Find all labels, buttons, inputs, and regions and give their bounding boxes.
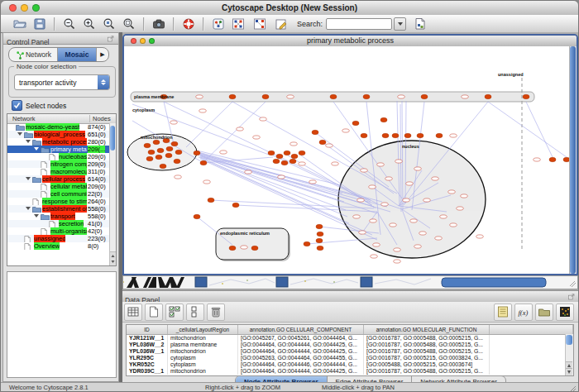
float-panel-icon[interactable] <box>567 292 577 301</box>
tree-row[interactable]: transport558(0) <box>7 213 110 220</box>
tab-overflow-button[interactable]: ▶ <box>97 48 108 61</box>
annotation-icon[interactable] <box>274 17 289 31</box>
select-attributes-icon[interactable] <box>165 304 184 321</box>
disclosure-triangle-icon[interactable] <box>26 207 31 210</box>
tree-row[interactable]: nucleobase-209(0) <box>7 153 110 160</box>
folder-icon <box>24 131 33 138</box>
document-icon <box>41 169 47 175</box>
zoom-in-icon[interactable] <box>82 17 97 31</box>
tree-row-label: multi-organism pro <box>50 227 87 235</box>
tree-row-node-count: 558(0) <box>88 205 106 213</box>
tree-row[interactable]: biological_process651(0) <box>7 131 110 138</box>
attribute-table[interactable]: ID_cellularLayoutRegionannotation.GO CEL… <box>126 324 574 376</box>
zoom-out-icon[interactable] <box>62 17 77 31</box>
float-panel-icon[interactable] <box>107 34 116 43</box>
tab-network[interactable]: Network <box>9 48 58 61</box>
disclosure-triangle-icon[interactable] <box>34 214 39 218</box>
table-column-header[interactable]: annotation.GO CELLULAR_COMPONENT <box>238 325 364 334</box>
import-attributes-icon[interactable] <box>535 304 553 321</box>
attribute-table-header[interactable]: ID_cellularLayoutRegionannotation.GO CEL… <box>127 325 573 335</box>
tree-row[interactable]: macromolecule311(0) <box>7 168 110 175</box>
tree-row[interactable]: secretion41(0) <box>7 220 110 227</box>
table-row[interactable]: YPL036W__2plasma membrane[GO:0044464, GO… <box>127 342 573 348</box>
mdi-desktop: primary metabolic process plasma membran… <box>122 32 579 382</box>
canvas-vscrollbar[interactable] <box>569 46 577 274</box>
disclosure-triangle-icon[interactable] <box>34 147 39 151</box>
app-titlebar[interactable]: Cytoscape Desktop (New Session) <box>1 1 578 16</box>
network-canvas[interactable]: plasma membranecytoplasmmitochondrionnuc… <box>124 46 570 274</box>
network-tree-rows: mosaic-demo-yeast874(0)biological_proces… <box>7 123 110 265</box>
disclosure-triangle-icon[interactable] <box>26 140 31 143</box>
table-row[interactable]: YKR052Ccytoplasm[GO:0044464, GO:0044446,… <box>127 361 573 368</box>
table-scrollbar-thumb[interactable] <box>566 335 572 345</box>
attribute-table-icon[interactable] <box>124 304 142 321</box>
network-view-window[interactable]: primary metabolic process plasma membran… <box>122 34 578 275</box>
formula-icon[interactable]: f(x) <box>514 304 533 321</box>
table-column-header[interactable]: _cellularLayoutRegion <box>168 325 238 334</box>
toolbar-separator <box>173 17 175 31</box>
network-window-titlebar[interactable]: primary metabolic process <box>124 36 577 47</box>
search-settings-icon[interactable] <box>413 17 428 31</box>
attribute-matrix-icon[interactable] <box>556 304 574 321</box>
tree-row[interactable]: unassigned223(0) <box>7 235 110 242</box>
tree-scrollbar-buttons[interactable] <box>110 251 116 265</box>
vizmapper-icon[interactable] <box>211 17 226 31</box>
tree-scrollbar-thumb[interactable] <box>110 126 115 151</box>
tree-row[interactable]: primary metabo209(... <box>7 146 110 153</box>
table-column-header[interactable]: annotation.GO MOLECULAR_FUNCTION <box>364 325 490 334</box>
tree-row[interactable]: mosaic-demo-yeast874(0) <box>7 123 110 131</box>
snapshot-icon[interactable] <box>151 17 166 31</box>
tree-row-node-count: 874(0) <box>88 123 106 131</box>
network-modify-icon[interactable] <box>252 17 267 31</box>
combo-stepper-icon[interactable] <box>98 75 109 89</box>
disclosure-triangle-icon[interactable] <box>17 132 22 136</box>
search-dropdown-button[interactable] <box>394 17 406 31</box>
status-bar: Welcome to Cytoscape 2.8.1 Right-click +… <box>1 382 578 392</box>
tab-edge-attribute-browser[interactable]: Edge Attribute Browser <box>328 376 413 382</box>
table-cell: [GO:0016787, GO:0005488, GO:0005215, G..… <box>364 342 490 348</box>
tab-network-attribute-browser[interactable]: Network Attribute Browser <box>412 376 505 382</box>
search-input[interactable] <box>326 18 392 30</box>
table-row[interactable]: YPL036W__1mitochondrion[GO:0044464, GO:0… <box>127 348 573 355</box>
tree-row[interactable]: Overview8(0) <box>7 242 110 250</box>
zoom-selected-icon[interactable] <box>102 17 117 31</box>
tree-row[interactable]: metabolic process280(0) <box>7 138 110 146</box>
network-import-icon[interactable] <box>231 17 246 31</box>
table-scrollbar[interactable] <box>565 334 573 375</box>
tree-scrollbar[interactable] <box>109 123 116 265</box>
tree-row[interactable]: establishment of lo558(0) <box>7 205 110 213</box>
delete-attribute-icon[interactable] <box>207 304 225 321</box>
table-row[interactable]: YLR295Ccytoplasm[GO:0045263, GO:0044464,… <box>127 355 573 361</box>
node-color-combo[interactable]: transporter activity <box>14 74 110 90</box>
save-session-icon[interactable] <box>32 17 47 31</box>
canvas-vscrollbar-thumb[interactable] <box>570 46 576 274</box>
zoom-fit-icon[interactable] <box>122 17 136 31</box>
select-nodes-checkbox[interactable] <box>12 100 22 111</box>
new-attribute-icon[interactable] <box>145 304 163 321</box>
disclosure-triangle-icon[interactable] <box>26 177 31 180</box>
notes-icon[interactable] <box>494 304 512 321</box>
help-ring-icon[interactable] <box>181 17 196 31</box>
tree-row[interactable]: multi-organism pro42(0) <box>7 227 110 235</box>
tab-network-label: Network <box>26 50 51 59</box>
tree-row[interactable]: response to stimulu264(0) <box>7 198 110 205</box>
toolbar-separator <box>54 17 55 31</box>
open-file-icon[interactable] <box>12 17 27 31</box>
tree-row[interactable]: nitrogen compo209(0) <box>7 160 110 168</box>
tab-mosaic[interactable]: Mosaic <box>58 48 97 61</box>
tab-node-attribute-browser[interactable]: Node Attribute Browser <box>236 376 328 382</box>
folder-icon <box>32 139 41 146</box>
tree-row[interactable]: cellular process614(0) <box>7 175 110 183</box>
unselect-attributes-icon[interactable] <box>186 304 204 321</box>
resize-grip-icon[interactable] <box>568 385 577 392</box>
tree-row[interactable]: cellular metabo209(0) <box>7 183 110 190</box>
table-scroll-down-icon[interactable] <box>566 368 572 375</box>
control-panel-header: Control Panel <box>3 33 118 45</box>
table-row[interactable]: YJR121W__1mitochondrion[GO:0045267, GO:0… <box>127 335 573 342</box>
table-column-header[interactable]: ID <box>127 325 168 334</box>
tree-col-network: Network <box>12 115 36 122</box>
tree-row[interactable]: cell communicat22(0) <box>7 190 110 198</box>
birdseye-view[interactable] <box>7 271 117 378</box>
document-icon <box>49 221 55 227</box>
table-row[interactable]: YDR039C__1mitochondrion[GO:0044464, GO:0… <box>127 368 573 375</box>
